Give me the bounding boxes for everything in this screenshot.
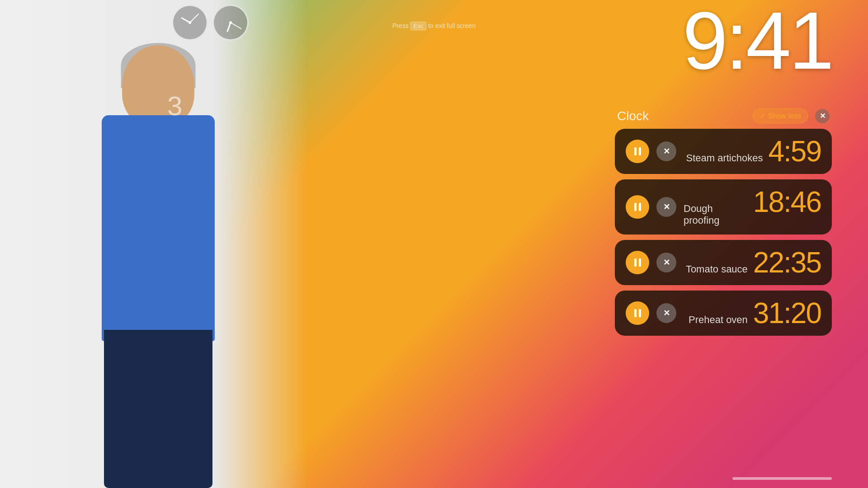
presenter-body [102, 115, 215, 341]
pause-bar-right-4 [639, 309, 641, 317]
close-icon-steam: ✕ [663, 146, 670, 156]
timer-row-steam-artichokes: ✕ Steam artichokes 4:59 [615, 129, 832, 174]
clock-icons-area [172, 5, 249, 41]
pause-button-steam-artichokes[interactable] [626, 140, 649, 163]
clock-widget-header: Clock ✓ Show less ✕ [615, 108, 832, 123]
esc-hint: Press Esc to exit full screen [392, 22, 476, 30]
clock-widget-title: Clock [617, 109, 649, 123]
presenter-pants [104, 330, 212, 488]
presenter-area [0, 0, 316, 488]
timer-time-dough-proofing: 18:46 [753, 188, 821, 216]
show-less-button[interactable]: ✓ Show less [753, 108, 808, 123]
pause-icon-2 [634, 203, 641, 211]
close-button-tomato-sauce[interactable]: ✕ [656, 253, 676, 272]
timer-row-preheat-oven: ✕ Preheat oven 31:20 [615, 291, 832, 336]
timer-row-dough-proofing: ✕ Dough proofing 18:46 [615, 179, 832, 235]
pause-bar-left-2 [634, 203, 637, 211]
clock-center-dot-2 [229, 21, 232, 24]
timer-info-steam-artichokes: Steam artichokes 4:59 [684, 137, 821, 166]
timer-time-tomato-sauce: 22:35 [753, 248, 821, 277]
esc-key: Esc [410, 22, 427, 30]
close-icon-tomato: ✕ [663, 258, 670, 267]
show-less-label: Show less [768, 112, 801, 120]
pause-bar-right-3 [639, 258, 641, 267]
pause-icon [634, 147, 641, 155]
timer-time-preheat-oven: 31:20 [753, 299, 821, 328]
close-button-dough-proofing[interactable]: ✕ [656, 197, 676, 217]
analog-clock-2 [212, 5, 249, 41]
clock-widget: Clock ✓ Show less ✕ ✕ [615, 108, 832, 341]
close-button-preheat-oven[interactable]: ✕ [656, 303, 676, 323]
ipad-screen: 9:41 Clock ✓ Show less ✕ [289, 0, 868, 488]
close-widget-button[interactable]: ✕ [815, 109, 830, 123]
timer-info-dough-proofing: Dough proofing 18:46 [684, 188, 821, 226]
analog-clock-1 [172, 5, 208, 41]
pause-button-preheat-oven[interactable] [626, 301, 649, 325]
pause-bar-left [634, 147, 637, 155]
timer-label-tomato-sauce: Tomato sauce [686, 263, 748, 275]
timer-info-tomato-sauce: Tomato sauce 22:35 [684, 248, 821, 277]
checkmark-icon: ✓ [760, 112, 765, 120]
close-icon-preheat: ✕ [663, 308, 670, 318]
minute-hand-2 [231, 22, 242, 29]
pause-icon-4 [634, 309, 641, 317]
close-icon: ✕ [820, 112, 826, 120]
time-display: 9:41 [683, 0, 832, 81]
home-indicator [732, 477, 832, 480]
pause-bar-left-4 [634, 309, 637, 317]
close-icon-dough: ✕ [663, 202, 670, 212]
timer-info-preheat-oven: Preheat oven 31:20 [684, 299, 821, 328]
timer-label-steam-artichokes: Steam artichokes [686, 152, 763, 164]
timer-label-preheat-oven: Preheat oven [689, 314, 748, 326]
timer-time-steam-artichokes: 4:59 [768, 137, 821, 166]
presenter-head [122, 45, 194, 127]
pause-bar-right-2 [639, 203, 641, 211]
pause-bar-right [639, 147, 641, 155]
clock-center-dot [189, 21, 191, 24]
presenter-figure [45, 36, 271, 488]
pause-button-tomato-sauce[interactable] [626, 251, 649, 274]
timer-row-tomato-sauce: ✕ Tomato sauce 22:35 [615, 240, 832, 285]
timer-label-dough-proofing: Dough proofing [684, 203, 748, 226]
pause-icon-3 [634, 258, 641, 267]
pause-button-dough-proofing[interactable] [626, 195, 649, 219]
pause-bar-left-3 [634, 258, 637, 267]
close-button-steam-artichokes[interactable]: ✕ [656, 141, 676, 161]
screen-number: 3 [167, 90, 182, 122]
